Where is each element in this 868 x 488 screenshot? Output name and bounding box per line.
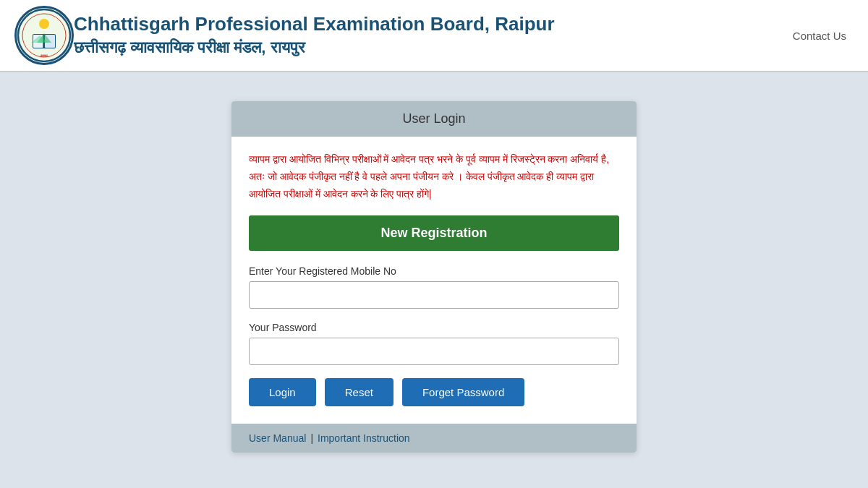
footer-links: User Manual | Important Instruction	[249, 432, 619, 444]
new-registration-button[interactable]: New Registration	[249, 215, 619, 251]
login-card: User Login व्यापम द्वारा आयोजित विभिन्र …	[231, 101, 637, 453]
mobile-label: Enter Your Registered Mobile No	[249, 265, 619, 277]
password-input[interactable]	[249, 338, 619, 365]
reset-button[interactable]: Reset	[325, 378, 393, 406]
login-button[interactable]: Login	[249, 378, 316, 406]
action-buttons: Login Reset Forget Password	[249, 378, 619, 406]
card-footer: User Manual | Important Instruction	[231, 424, 637, 453]
svg-point-2	[39, 19, 49, 29]
password-label: Your Password	[249, 322, 619, 333]
header-title-hindi: छत्तीसगढ़ व्यावसायिक परीक्षा मंडल, रायपु…	[74, 37, 555, 59]
card-header: User Login	[231, 101, 637, 137]
logo: व्यापम	[14, 6, 74, 65]
mobile-input[interactable]	[249, 281, 619, 309]
user-manual-link[interactable]: User Manual	[249, 432, 306, 444]
header-title-english: Chhattisgarh Professional Examination Bo…	[74, 12, 555, 37]
header-text: Chhattisgarh Professional Examination Bo…	[74, 12, 555, 59]
svg-text:व्यापम: व्यापम	[40, 53, 48, 58]
header: व्यापम Chhattisgarh Professional Examina…	[0, 0, 868, 72]
card-body: व्यापम द्वारा आयोजित विभिन्र परीक्षाओं म…	[231, 137, 637, 424]
forget-password-button[interactable]: Forget Password	[402, 378, 524, 406]
info-text: व्यापम द्वारा आयोजित विभिन्र परीक्षाओं म…	[249, 151, 619, 202]
important-instruction-link[interactable]: Important Instruction	[318, 432, 410, 444]
main-content: User Login व्यापम द्वारा आयोजित विभिन्र …	[0, 72, 868, 488]
contact-us-link[interactable]: Contact Us	[793, 30, 846, 42]
footer-separator: |	[310, 432, 313, 444]
